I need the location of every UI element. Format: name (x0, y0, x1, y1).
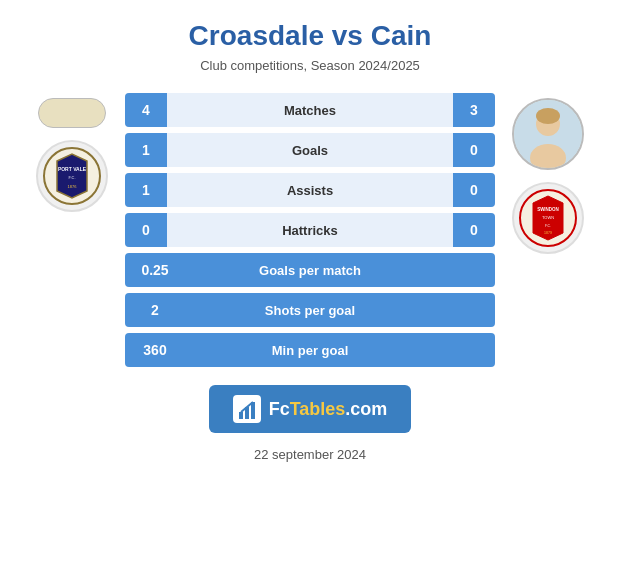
stat-row-assists: 1 Assists 0 (125, 173, 495, 207)
stat-label-hattricks: Hattricks (167, 223, 453, 238)
main-content: PORT VALE F.C. 1876 4 Matches 3 1 Goals … (10, 93, 610, 367)
svg-text:F.C.: F.C. (68, 175, 75, 180)
stat-left-assists: 1 (125, 173, 167, 207)
stat-label-goals: Goals (167, 143, 453, 158)
stat-label-matches: Matches (167, 103, 453, 118)
stat-val-min-per-goal: 360 (125, 333, 185, 367)
stat-label-shots-per-goal: Shots per goal (185, 303, 495, 318)
stats-section: 4 Matches 3 1 Goals 0 1 Assists 0 0 Hatt… (125, 93, 495, 367)
svg-text:PORT VALE: PORT VALE (58, 166, 87, 172)
stat-row-goals: 1 Goals 0 (125, 133, 495, 167)
svg-point-7 (536, 108, 560, 124)
right-player-photo (512, 98, 584, 170)
left-team-badge: PORT VALE F.C. 1876 (36, 140, 108, 212)
date-label: 22 september 2024 (254, 447, 366, 462)
left-team-oval (38, 98, 106, 128)
stat-row-shots-per-goal: 2 Shots per goal (125, 293, 495, 327)
stat-label-assists: Assists (167, 183, 453, 198)
svg-text:SWINDON: SWINDON (537, 207, 559, 212)
right-team-section: SWINDON TOWN F.C. 1879 (503, 93, 593, 254)
left-team-section: PORT VALE F.C. 1876 (27, 93, 117, 212)
fctables-banner[interactable]: FcTables.com (209, 385, 412, 433)
stat-row-goals-per-match: 0.25 Goals per match (125, 253, 495, 287)
stat-val-shots-per-goal: 2 (125, 293, 185, 327)
fctables-logo-text: FcTables.com (269, 399, 388, 420)
page-subtitle: Club competitions, Season 2024/2025 (200, 58, 420, 73)
svg-text:1879: 1879 (544, 231, 552, 235)
stat-right-matches: 3 (453, 93, 495, 127)
stat-row-min-per-goal: 360 Min per goal (125, 333, 495, 367)
stat-left-matches: 4 (125, 93, 167, 127)
stat-label-min-per-goal: Min per goal (185, 343, 495, 358)
svg-text:1876: 1876 (68, 184, 78, 189)
stat-right-hattricks: 0 (453, 213, 495, 247)
stat-right-assists: 0 (453, 173, 495, 207)
stat-val-goals-per-match: 0.25 (125, 253, 185, 287)
stat-left-goals: 1 (125, 133, 167, 167)
page-title: Croasdale vs Cain (189, 20, 432, 52)
svg-text:F.C.: F.C. (545, 224, 551, 228)
stat-row-matches: 4 Matches 3 (125, 93, 495, 127)
svg-text:TOWN: TOWN (542, 215, 554, 220)
stat-row-hattricks: 0 Hattricks 0 (125, 213, 495, 247)
stat-left-hattricks: 0 (125, 213, 167, 247)
svg-rect-15 (251, 402, 255, 419)
stat-label-goals-per-match: Goals per match (185, 263, 495, 278)
stat-right-goals: 0 (453, 133, 495, 167)
svg-rect-13 (239, 412, 243, 419)
fctables-icon (233, 395, 261, 423)
right-team-badge: SWINDON TOWN F.C. 1879 (512, 182, 584, 254)
